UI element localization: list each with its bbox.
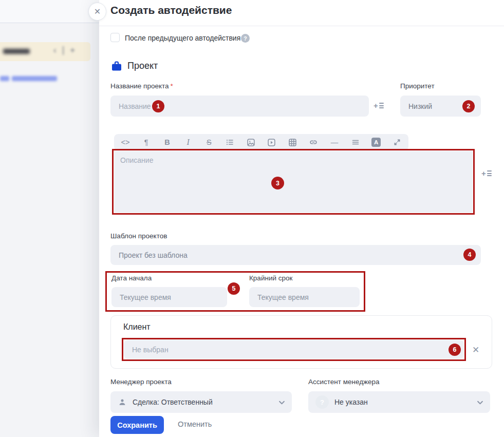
client-title: Клиент bbox=[123, 322, 151, 332]
assistant-value: Не указан bbox=[334, 398, 368, 406]
title-divider bbox=[99, 26, 504, 26]
insert-variable-icon[interactable]: + bbox=[374, 102, 384, 109]
table-icon[interactable] bbox=[286, 136, 300, 148]
start-date-value: Текущее время bbox=[120, 293, 171, 301]
manager-label: Менеджер проекта bbox=[110, 378, 172, 386]
modal-title: Создать автодействие bbox=[110, 4, 232, 16]
chevron-down-icon bbox=[279, 398, 285, 406]
code-icon[interactable]: <> bbox=[119, 136, 132, 148]
image-icon[interactable] bbox=[244, 136, 257, 148]
manager-value: Сделка: Ответственный bbox=[133, 398, 213, 406]
link-icon[interactable] bbox=[307, 136, 320, 148]
background-blurred-link bbox=[0, 76, 57, 81]
annotation-badge-6: 6 bbox=[449, 344, 461, 356]
deadline-label: Крайний срок bbox=[249, 274, 292, 282]
description-textarea[interactable]: Описание bbox=[114, 151, 473, 213]
text-style-icon[interactable]: A bbox=[369, 136, 383, 148]
annotation-badge-3: 3 bbox=[271, 177, 284, 189]
expand-icon[interactable] bbox=[390, 136, 404, 148]
annotation-badge-1: 1 bbox=[152, 100, 164, 112]
start-date-input[interactable]: Текущее время bbox=[111, 287, 227, 307]
background-highlighted-row: ‹∣+ bbox=[0, 42, 90, 61]
template-value: Проект без шаблона bbox=[119, 251, 188, 259]
template-select[interactable]: Проект без шаблона bbox=[110, 245, 481, 265]
save-button[interactable]: Сохранить bbox=[110, 416, 164, 434]
after-previous-checkbox[interactable] bbox=[110, 33, 120, 42]
deadline-input[interactable]: Текущее время bbox=[249, 287, 360, 307]
client-value: Не выбран bbox=[132, 346, 169, 354]
question-avatar-icon: ? bbox=[315, 395, 329, 409]
required-asterisk: * bbox=[171, 82, 173, 90]
project-name-input[interactable] bbox=[110, 96, 369, 117]
deadline-value: Текущее время bbox=[257, 293, 309, 301]
clear-client-icon[interactable]: ✕ bbox=[472, 345, 479, 355]
close-icon[interactable]: ✕ bbox=[88, 3, 106, 21]
template-label: Шаблон проектов bbox=[110, 232, 167, 240]
annotation-badge-5: 5 bbox=[228, 282, 240, 295]
section-title-project: Проект bbox=[127, 61, 158, 71]
editor-toolbar: <> ¶ B I S — A bbox=[114, 134, 408, 150]
briefcase-icon bbox=[110, 60, 123, 72]
assistant-select[interactable]: ? Не указан bbox=[308, 391, 490, 413]
chevron-down-icon bbox=[477, 398, 483, 406]
assistant-label: Ассистент менеджера bbox=[308, 378, 380, 386]
priority-label: Приоритет bbox=[400, 82, 435, 90]
bullet-list-icon[interactable] bbox=[223, 136, 236, 148]
modal-footer: Сохранить Отменить bbox=[99, 413, 504, 437]
bold-icon[interactable]: B bbox=[160, 136, 174, 148]
insert-variable-icon-2[interactable]: + bbox=[481, 169, 492, 177]
video-icon[interactable] bbox=[265, 136, 278, 148]
screen: ‹∣+ ✕ Создать автодействие После предыду… bbox=[0, 0, 504, 437]
help-icon[interactable]: ? bbox=[241, 34, 250, 43]
annotation-badge-4: 4 bbox=[463, 249, 476, 261]
manager-select[interactable]: Сделка: Ответственный bbox=[110, 391, 292, 413]
project-name-label: Название проекта* bbox=[110, 82, 173, 90]
create-autoaction-modal bbox=[99, 0, 504, 437]
start-date-label: Дата начала bbox=[111, 274, 152, 282]
horizontal-rule-icon[interactable]: — bbox=[328, 136, 341, 148]
client-select[interactable]: Не выбран bbox=[124, 340, 464, 359]
annotation-badge-2: 2 bbox=[462, 100, 475, 112]
background-blurred-text bbox=[3, 49, 30, 54]
after-previous-label: После предыдущего автодействия bbox=[125, 34, 240, 42]
priority-value: Низкий bbox=[408, 102, 432, 110]
background-row-icons: ‹∣+ bbox=[53, 45, 80, 55]
paragraph-icon[interactable]: ¶ bbox=[140, 136, 153, 148]
person-icon bbox=[118, 397, 127, 407]
cancel-button[interactable]: Отменить bbox=[178, 420, 212, 428]
align-icon[interactable] bbox=[349, 136, 362, 148]
italic-icon[interactable]: I bbox=[181, 136, 195, 148]
strikethrough-icon[interactable]: S bbox=[202, 136, 216, 148]
description-placeholder: Описание bbox=[120, 156, 153, 164]
